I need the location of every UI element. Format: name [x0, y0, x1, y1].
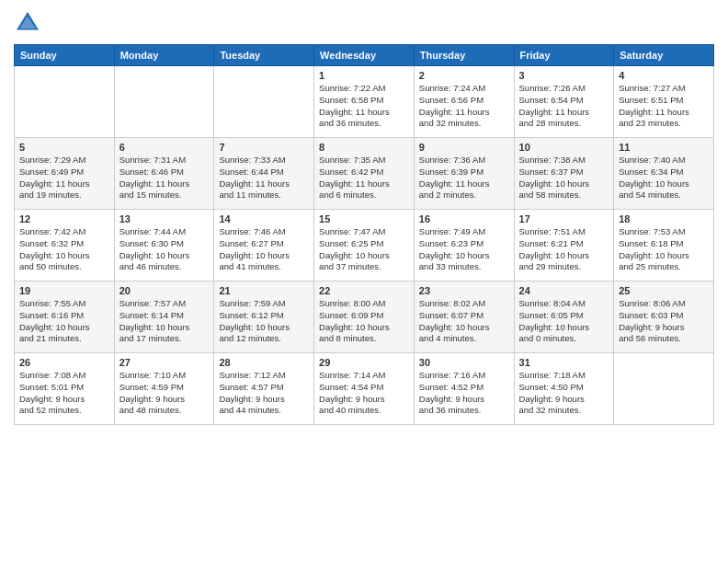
day-info: Sunrise: 7:14 AM Sunset: 4:54 PM Dayligh… [319, 370, 409, 417]
calendar-cell: 8Sunrise: 7:35 AM Sunset: 6:42 PM Daylig… [314, 138, 415, 210]
calendar-cell: 18Sunrise: 7:53 AM Sunset: 6:18 PM Dayli… [614, 210, 714, 282]
day-info: Sunrise: 7:51 AM Sunset: 6:21 PM Dayligh… [519, 226, 609, 273]
calendar-table: SundayMondayTuesdayWednesdayThursdayFrid… [14, 44, 714, 425]
day-info: Sunrise: 7:46 AM Sunset: 6:27 PM Dayligh… [219, 226, 309, 273]
calendar-cell: 29Sunrise: 7:14 AM Sunset: 4:54 PM Dayli… [314, 353, 415, 425]
day-number: 18 [619, 213, 709, 224]
calendar-cell: 10Sunrise: 7:38 AM Sunset: 6:37 PM Dayli… [514, 138, 614, 210]
day-number: 30 [419, 357, 509, 368]
day-info: Sunrise: 7:22 AM Sunset: 6:58 PM Dayligh… [319, 83, 409, 130]
calendar-cell: 11Sunrise: 7:40 AM Sunset: 6:34 PM Dayli… [614, 138, 714, 210]
calendar-cell: 16Sunrise: 7:49 AM Sunset: 6:23 PM Dayli… [414, 210, 514, 282]
day-number: 17 [519, 213, 609, 224]
day-info: Sunrise: 7:10 AM Sunset: 4:59 PM Dayligh… [119, 370, 210, 417]
calendar-cell: 31Sunrise: 7:18 AM Sunset: 4:50 PM Dayli… [514, 353, 614, 425]
page-container: SundayMondayTuesdayWednesdayThursdayFrid… [0, 0, 728, 563]
day-number: 22 [319, 285, 409, 296]
calendar-day-header: Friday [514, 45, 614, 66]
calendar-cell [614, 353, 714, 425]
day-info: Sunrise: 7:57 AM Sunset: 6:14 PM Dayligh… [119, 298, 210, 345]
calendar-cell: 30Sunrise: 7:16 AM Sunset: 4:52 PM Dayli… [414, 353, 514, 425]
day-number: 26 [19, 357, 109, 368]
day-number: 24 [519, 285, 609, 296]
calendar-cell: 23Sunrise: 8:02 AM Sunset: 6:07 PM Dayli… [414, 282, 514, 353]
calendar-cell: 1Sunrise: 7:22 AM Sunset: 6:58 PM Daylig… [314, 66, 415, 138]
day-info: Sunrise: 7:55 AM Sunset: 6:16 PM Dayligh… [19, 298, 109, 345]
calendar-cell: 14Sunrise: 7:46 AM Sunset: 6:27 PM Dayli… [214, 210, 314, 282]
day-info: Sunrise: 7:18 AM Sunset: 4:50 PM Dayligh… [519, 370, 609, 417]
calendar-cell: 22Sunrise: 8:00 AM Sunset: 6:09 PM Dayli… [314, 282, 415, 353]
calendar-cell: 7Sunrise: 7:33 AM Sunset: 6:44 PM Daylig… [214, 138, 314, 210]
day-info: Sunrise: 7:59 AM Sunset: 6:12 PM Dayligh… [219, 298, 309, 345]
day-info: Sunrise: 7:36 AM Sunset: 6:39 PM Dayligh… [419, 155, 509, 201]
calendar-day-header: Wednesday [314, 45, 415, 66]
calendar-cell: 27Sunrise: 7:10 AM Sunset: 4:59 PM Dayli… [114, 353, 214, 425]
day-number: 19 [19, 285, 109, 296]
calendar-week-row: 5Sunrise: 7:29 AM Sunset: 6:49 PM Daylig… [15, 138, 714, 210]
calendar-cell: 9Sunrise: 7:36 AM Sunset: 6:39 PM Daylig… [414, 138, 514, 210]
day-number: 5 [19, 142, 109, 153]
calendar-cell: 19Sunrise: 7:55 AM Sunset: 6:16 PM Dayli… [15, 282, 115, 353]
day-number: 9 [419, 142, 509, 153]
logo [14, 9, 45, 37]
day-info: Sunrise: 8:02 AM Sunset: 6:07 PM Dayligh… [419, 298, 509, 345]
calendar-cell: 6Sunrise: 7:31 AM Sunset: 6:46 PM Daylig… [114, 138, 214, 210]
day-number: 21 [219, 285, 309, 296]
calendar-cell [214, 66, 314, 138]
day-number: 16 [419, 213, 509, 224]
calendar-cell [15, 66, 115, 138]
day-info: Sunrise: 7:38 AM Sunset: 6:37 PM Dayligh… [519, 155, 609, 201]
calendar-cell: 5Sunrise: 7:29 AM Sunset: 6:49 PM Daylig… [15, 138, 115, 210]
day-number: 12 [19, 213, 109, 224]
calendar-cell: 13Sunrise: 7:44 AM Sunset: 6:30 PM Dayli… [114, 210, 214, 282]
day-info: Sunrise: 7:44 AM Sunset: 6:30 PM Dayligh… [119, 226, 210, 273]
day-number: 15 [319, 213, 409, 224]
day-number: 25 [619, 285, 709, 296]
day-info: Sunrise: 7:53 AM Sunset: 6:18 PM Dayligh… [619, 226, 709, 273]
calendar-day-header: Tuesday [214, 45, 314, 66]
calendar-cell: 4Sunrise: 7:27 AM Sunset: 6:51 PM Daylig… [614, 66, 714, 138]
calendar-week-row: 1Sunrise: 7:22 AM Sunset: 6:58 PM Daylig… [15, 66, 714, 138]
day-info: Sunrise: 8:06 AM Sunset: 6:03 PM Dayligh… [619, 298, 709, 345]
day-info: Sunrise: 7:35 AM Sunset: 6:42 PM Dayligh… [319, 155, 409, 201]
day-number: 3 [519, 70, 609, 81]
calendar-day-header: Thursday [414, 45, 514, 66]
day-number: 14 [219, 213, 309, 224]
day-info: Sunrise: 7:33 AM Sunset: 6:44 PM Dayligh… [219, 155, 309, 201]
calendar-cell: 3Sunrise: 7:26 AM Sunset: 6:54 PM Daylig… [514, 66, 614, 138]
calendar-cell: 17Sunrise: 7:51 AM Sunset: 6:21 PM Dayli… [514, 210, 614, 282]
day-number: 10 [519, 142, 609, 153]
day-info: Sunrise: 7:49 AM Sunset: 6:23 PM Dayligh… [419, 226, 509, 273]
day-info: Sunrise: 7:42 AM Sunset: 6:32 PM Dayligh… [19, 226, 109, 273]
calendar-cell: 26Sunrise: 7:08 AM Sunset: 5:01 PM Dayli… [15, 353, 115, 425]
day-number: 13 [119, 213, 210, 224]
calendar-cell: 24Sunrise: 8:04 AM Sunset: 6:05 PM Dayli… [514, 282, 614, 353]
day-number: 27 [119, 357, 210, 368]
day-info: Sunrise: 7:31 AM Sunset: 6:46 PM Dayligh… [119, 155, 210, 201]
day-number: 11 [619, 142, 709, 153]
day-info: Sunrise: 7:26 AM Sunset: 6:54 PM Dayligh… [519, 83, 609, 130]
day-info: Sunrise: 7:40 AM Sunset: 6:34 PM Dayligh… [619, 155, 709, 201]
calendar-cell: 28Sunrise: 7:12 AM Sunset: 4:57 PM Dayli… [214, 353, 314, 425]
day-info: Sunrise: 7:47 AM Sunset: 6:25 PM Dayligh… [319, 226, 409, 273]
day-number: 20 [119, 285, 210, 296]
header [14, 9, 714, 37]
calendar-week-row: 12Sunrise: 7:42 AM Sunset: 6:32 PM Dayli… [15, 210, 714, 282]
calendar-header-row: SundayMondayTuesdayWednesdayThursdayFrid… [15, 45, 714, 66]
calendar-day-header: Saturday [614, 45, 714, 66]
day-info: Sunrise: 7:12 AM Sunset: 4:57 PM Dayligh… [219, 370, 309, 417]
day-number: 1 [319, 70, 409, 81]
day-number: 8 [319, 142, 409, 153]
day-number: 28 [219, 357, 309, 368]
calendar-week-row: 19Sunrise: 7:55 AM Sunset: 6:16 PM Dayli… [15, 282, 714, 353]
day-info: Sunrise: 7:24 AM Sunset: 6:56 PM Dayligh… [419, 83, 509, 130]
day-info: Sunrise: 8:00 AM Sunset: 6:09 PM Dayligh… [319, 298, 409, 345]
calendar-cell: 21Sunrise: 7:59 AM Sunset: 6:12 PM Dayli… [214, 282, 314, 353]
calendar-cell: 2Sunrise: 7:24 AM Sunset: 6:56 PM Daylig… [414, 66, 514, 138]
day-number: 29 [319, 357, 409, 368]
day-number: 2 [419, 70, 509, 81]
day-info: Sunrise: 7:27 AM Sunset: 6:51 PM Dayligh… [619, 83, 709, 130]
day-info: Sunrise: 7:08 AM Sunset: 5:01 PM Dayligh… [19, 370, 109, 417]
day-info: Sunrise: 7:16 AM Sunset: 4:52 PM Dayligh… [419, 370, 509, 417]
calendar-day-header: Monday [114, 45, 214, 66]
